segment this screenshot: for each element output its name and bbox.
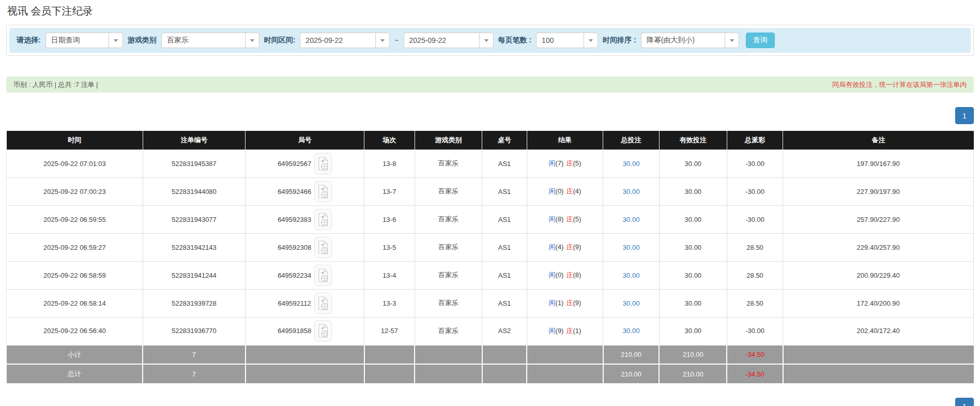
session: 13-4 — [364, 261, 415, 289]
page-size-dropdown[interactable]: 100 — [536, 33, 598, 48]
total-bet-link[interactable]: 30.00 — [623, 327, 640, 335]
payout-value: -30.00 — [727, 205, 783, 233]
game-type-dropdown[interactable]: 百家乐 — [161, 33, 259, 48]
video-replay-button[interactable] — [314, 237, 332, 258]
date-from-value[interactable]: 2025-09-22 — [300, 33, 375, 48]
video-replay-icon — [317, 268, 329, 282]
video-replay-button[interactable] — [314, 181, 332, 202]
bet-id: 522831941244 — [143, 261, 245, 289]
table-number: AS1 — [482, 177, 527, 205]
video-replay-button[interactable] — [314, 293, 332, 314]
remark: 202.40/172.40 — [783, 317, 974, 345]
caret-down-icon — [730, 39, 734, 42]
round-id: 649592308 — [278, 244, 311, 251]
col-header-result: 结果 — [527, 131, 603, 149]
total-bet-cell: 30.00 — [603, 177, 660, 205]
result-banker-score: (9) — [573, 299, 581, 307]
query-type-value[interactable]: 日期查询 — [45, 33, 109, 48]
total-bet-link[interactable]: 30.00 — [623, 188, 640, 196]
video-replay-button[interactable] — [314, 265, 332, 286]
result-player-score: (4) — [556, 243, 564, 251]
subtotal-total-bet: 210.00 — [603, 345, 660, 364]
valid-bet: 30.00 — [659, 177, 727, 205]
video-replay-button[interactable] — [314, 209, 332, 230]
date-from-caret-button[interactable] — [375, 33, 390, 48]
result-cell: 闲(0)庄(4) — [527, 177, 603, 205]
caret-down-icon — [589, 39, 593, 42]
select-type-label: 请选择: — [17, 36, 41, 45]
query-button[interactable]: 查询 — [746, 33, 775, 48]
date-to-caret-button[interactable] — [479, 33, 494, 48]
table-number: AS1 — [482, 289, 527, 317]
query-type-caret-button[interactable] — [109, 33, 123, 48]
time-sort-caret-button[interactable] — [725, 33, 739, 48]
total-bet-link[interactable]: 30.00 — [623, 216, 640, 223]
total-bet-cell: 30.00 — [603, 289, 660, 317]
col-header-valid-bet: 有效投注 — [659, 131, 727, 149]
time-sort-dropdown[interactable]: 降幂(由大到小) — [641, 33, 739, 48]
game-type-caret-button[interactable] — [245, 33, 259, 48]
page-size-caret-button[interactable] — [584, 33, 598, 48]
round-id: 649592234 — [278, 272, 311, 279]
video-replay-icon — [317, 185, 329, 199]
page-1-button[interactable]: 1 — [955, 398, 974, 406]
payout-value: 28.50 — [727, 233, 783, 261]
result-player-label: 闲 — [549, 243, 556, 251]
total-bet-link[interactable]: 30.00 — [623, 244, 640, 251]
game-type-value[interactable]: 百家乐 — [161, 33, 245, 48]
bet-id: 522831939728 — [143, 289, 245, 317]
subtotal-payout: -34.50 — [727, 345, 783, 364]
bet-time: 2025-09-22 06:59:27 — [7, 233, 143, 261]
query-type-dropdown[interactable]: 日期查询 — [45, 33, 123, 48]
date-from-dropdown[interactable]: 2025-09-22 — [300, 33, 390, 48]
betting-records-page: 视讯 会员下注纪录 请选择: 日期查询 游戏类别 百家乐 时间区间: 2025-… — [0, 0, 980, 406]
remark: 227.90/197.90 — [783, 177, 974, 205]
col-header-payout: 总派彩 — [727, 131, 783, 149]
payout-value: -30.00 — [727, 149, 783, 177]
result-cell: 闲(7)庄(5) — [527, 149, 603, 177]
table-row: 2025-09-22 06:58:14 522831939728 6495921… — [7, 289, 974, 317]
page-size-value[interactable]: 100 — [536, 33, 584, 48]
col-header-game-type: 游戏类别 — [415, 131, 482, 149]
caret-down-icon — [250, 39, 254, 42]
result-cell: 闲(1)庄(9) — [527, 289, 603, 317]
round-cell: 649592466 — [246, 177, 364, 205]
video-replay-icon — [317, 157, 329, 171]
video-replay-button[interactable] — [314, 153, 332, 174]
video-replay-icon — [317, 213, 329, 227]
video-replay-button[interactable] — [314, 320, 332, 341]
summary-bar: 币别 : 人民币 | 总共 :7 注单 | 同局有效投注，统一计算在该局第一张注… — [6, 77, 974, 93]
game-type: 百家乐 — [415, 317, 482, 345]
table-row: 2025-09-22 06:58:59 522831941244 6495922… — [7, 261, 974, 289]
result-banker-score: (1) — [573, 327, 581, 335]
total-total-bet: 210.00 — [603, 364, 660, 383]
total-bet-cell: 30.00 — [603, 205, 660, 233]
page-1-button[interactable]: 1 — [955, 107, 974, 124]
remark: 200.90/229.40 — [783, 261, 974, 289]
valid-bet: 30.00 — [659, 205, 727, 233]
caret-down-icon — [380, 39, 385, 42]
time-sort-value[interactable]: 降幂(由大到小) — [641, 33, 725, 48]
round-id: 649591858 — [278, 327, 311, 335]
bet-id: 522831945387 — [143, 149, 245, 177]
result-cell: 闲(9)庄(1) — [527, 317, 603, 345]
result-cell: 闲(4)庄(9) — [527, 233, 603, 261]
total-bet-cell: 30.00 — [603, 149, 660, 177]
total-bet-link[interactable]: 30.00 — [623, 272, 640, 279]
round-id: 649592112 — [278, 299, 311, 307]
date-to-value[interactable]: 2025-09-22 — [404, 33, 479, 48]
total-bet-link[interactable]: 30.00 — [623, 160, 640, 168]
time-sort-label: 时间排序 : — [603, 36, 636, 45]
round-cell: 649591858 — [246, 317, 364, 345]
date-to-dropdown[interactable]: 2025-09-22 — [404, 33, 494, 48]
bet-time: 2025-09-22 07:00:23 — [7, 177, 143, 205]
bet-id: 522831942143 — [143, 233, 245, 261]
round-cell: 649592567 — [246, 149, 364, 177]
remark: 229.40/257.90 — [783, 233, 974, 261]
total-valid-bet: 210.00 — [659, 364, 727, 383]
video-replay-icon — [317, 324, 329, 338]
col-header-session: 场次 — [364, 131, 415, 149]
video-replay-icon — [317, 296, 329, 310]
pagination-bottom: 1 — [6, 398, 974, 406]
total-bet-link[interactable]: 30.00 — [623, 299, 640, 307]
